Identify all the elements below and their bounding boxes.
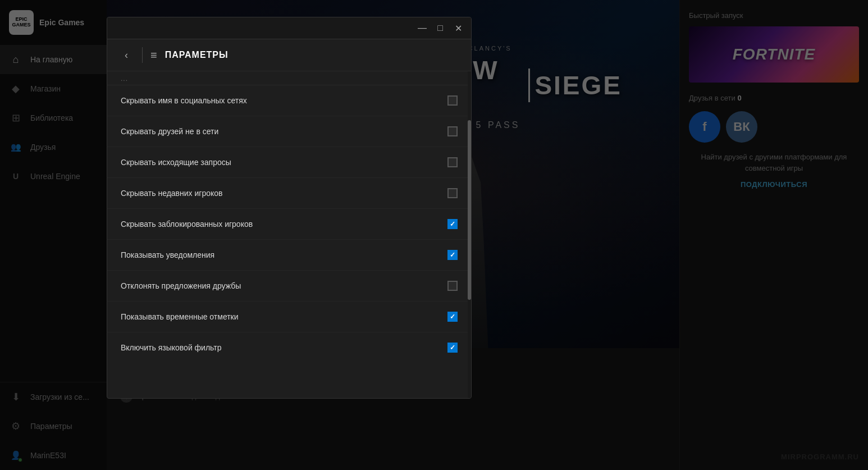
settings-title: ПАРАМЕТРЫ bbox=[165, 50, 229, 60]
checkbox-8[interactable] bbox=[447, 343, 458, 353]
checkbox-4[interactable] bbox=[447, 219, 458, 229]
maximize-button[interactable]: □ bbox=[434, 22, 446, 34]
back-button[interactable]: ‹ bbox=[118, 47, 134, 63]
settings-item-7: Показывать временные отметки bbox=[107, 302, 471, 332]
settings-label-1: Скрывать друзей не в сети bbox=[121, 127, 218, 136]
settings-label-0: Скрывать имя в социальных сетях bbox=[121, 96, 247, 105]
settings-item-6: Отклонять предложения дружбы bbox=[107, 271, 471, 302]
settings-content[interactable]: ... Скрывать имя в социальных сетях Скры… bbox=[107, 71, 471, 398]
checkbox-1[interactable] bbox=[447, 126, 458, 136]
checkbox-6[interactable] bbox=[447, 281, 458, 291]
window-titlebar: — □ ✕ bbox=[107, 17, 471, 39]
settings-item-5: Показывать уведомления bbox=[107, 240, 471, 271]
settings-window: — □ ✕ ‹ ≡ ПАРАМЕТРЫ ... Скрывать имя в с… bbox=[107, 17, 472, 399]
close-button[interactable]: ✕ bbox=[452, 22, 464, 34]
checkbox-5[interactable] bbox=[447, 250, 458, 260]
settings-label-2: Скрывать исходящие запросы bbox=[121, 158, 231, 167]
scrollbar-thumb[interactable] bbox=[468, 120, 471, 300]
checkbox-7[interactable] bbox=[447, 312, 458, 322]
modal-overlay: — □ ✕ ‹ ≡ ПАРАМЕТРЫ ... Скрывать имя в с… bbox=[0, 0, 868, 470]
checkbox-3[interactable] bbox=[447, 188, 458, 198]
settings-label-6: Отклонять предложения дружбы bbox=[121, 281, 241, 290]
settings-item-2: Скрывать исходящие запросы bbox=[107, 147, 471, 178]
settings-label-7: Показывать временные отметки bbox=[121, 312, 239, 321]
settings-item-4: Скрывать заблокированных игроков bbox=[107, 209, 471, 240]
header-divider bbox=[142, 47, 143, 63]
settings-label-8: Включить языковой фильтр bbox=[121, 343, 222, 352]
scrollbar-track[interactable] bbox=[468, 71, 471, 398]
section-partial-header: ... bbox=[107, 71, 471, 85]
settings-item-8: Включить языковой фильтр bbox=[107, 332, 471, 363]
settings-header: ‹ ≡ ПАРАМЕТРЫ bbox=[107, 39, 471, 71]
settings-label-5: Показывать уведомления bbox=[121, 250, 214, 259]
settings-item-0: Скрывать имя в социальных сетях bbox=[107, 85, 471, 116]
settings-header-icon: ≡ bbox=[150, 49, 157, 62]
settings-item-3: Скрывать недавних игроков bbox=[107, 178, 471, 209]
settings-item-1: Скрывать друзей не в сети bbox=[107, 116, 471, 147]
checkbox-0[interactable] bbox=[447, 95, 458, 106]
settings-label-3: Скрывать недавних игроков bbox=[121, 189, 223, 198]
settings-label-4: Скрывать заблокированных игроков bbox=[121, 220, 253, 229]
minimize-button[interactable]: — bbox=[416, 22, 428, 34]
checkbox-2[interactable] bbox=[447, 157, 458, 167]
